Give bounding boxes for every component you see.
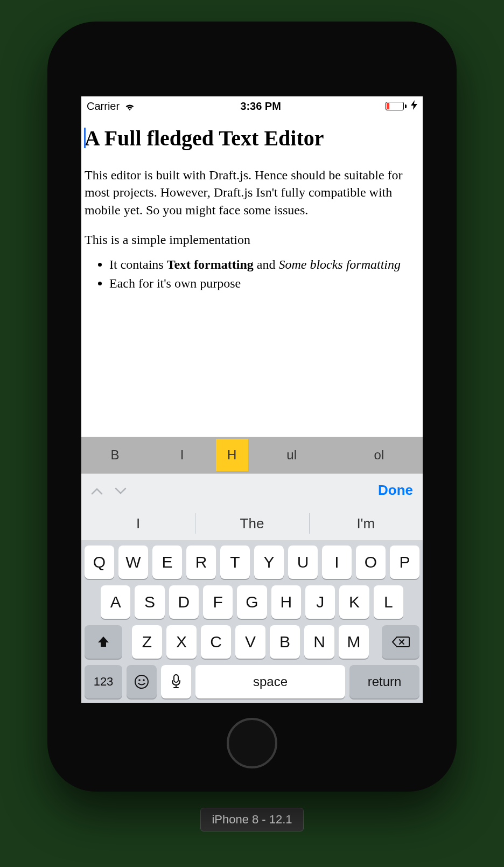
key-q[interactable]: Q bbox=[85, 546, 114, 579]
suggestion-item[interactable]: I'm bbox=[309, 507, 423, 540]
list-text: and bbox=[254, 257, 279, 271]
kb-row-4: 123 space return bbox=[85, 665, 419, 698]
key-d[interactable]: D bbox=[169, 585, 199, 619]
key-z[interactable]: Z bbox=[132, 625, 162, 659]
battery-icon bbox=[386, 102, 407, 110]
list-item[interactable]: Each for it's own purpose bbox=[109, 275, 419, 292]
ol-button[interactable]: ol bbox=[335, 437, 423, 473]
clock: 3:36 PM bbox=[240, 100, 281, 113]
heading-button[interactable]: H bbox=[216, 439, 248, 471]
key-p[interactable]: P bbox=[390, 546, 419, 579]
shift-key[interactable] bbox=[85, 625, 122, 659]
keyboard: Q W E R T Y U I O P A S D F G H J K L bbox=[81, 540, 423, 703]
svg-point-2 bbox=[143, 679, 145, 681]
editor-title[interactable]: A Full fledged Text Editor bbox=[85, 125, 419, 151]
key-u[interactable]: U bbox=[288, 546, 318, 579]
keyboard-accessory: Done bbox=[81, 473, 423, 507]
key-m[interactable]: M bbox=[339, 625, 369, 659]
carrier-label: Carrier bbox=[87, 100, 120, 113]
svg-rect-3 bbox=[174, 675, 178, 682]
key-o[interactable]: O bbox=[356, 546, 386, 579]
list-bold: Text formatting bbox=[167, 257, 254, 271]
kb-nav-arrows bbox=[91, 483, 127, 498]
ul-button[interactable]: ul bbox=[248, 437, 335, 473]
key-e[interactable]: E bbox=[152, 546, 182, 579]
key-y[interactable]: Y bbox=[254, 546, 284, 579]
key-r[interactable]: R bbox=[186, 546, 216, 579]
list-italic: Some blocks formatting bbox=[278, 257, 401, 271]
svg-point-0 bbox=[135, 675, 148, 688]
text-cursor bbox=[84, 128, 86, 148]
device-label: iPhone 8 - 12.1 bbox=[200, 808, 303, 831]
space-key[interactable]: space bbox=[195, 665, 345, 698]
kb-row-2: A S D F G H J K L bbox=[85, 585, 419, 619]
suggestion-bar: I The I'm bbox=[81, 507, 423, 540]
kb-row-1: Q W E R T Y U I O P bbox=[85, 546, 419, 579]
italic-button[interactable]: I bbox=[149, 437, 216, 473]
key-c[interactable]: C bbox=[201, 625, 231, 659]
backspace-key[interactable] bbox=[382, 625, 419, 659]
key-f[interactable]: F bbox=[203, 585, 233, 619]
svg-point-1 bbox=[138, 679, 141, 681]
status-bar: Carrier 3:36 PM bbox=[81, 96, 423, 116]
battery-fill-low bbox=[387, 103, 389, 109]
status-left: Carrier bbox=[87, 100, 136, 113]
screen: Carrier 3:36 PM bbox=[81, 96, 423, 703]
key-w[interactable]: W bbox=[118, 546, 148, 579]
emoji-key[interactable] bbox=[127, 665, 157, 698]
format-toolbar: B I H ul ol bbox=[81, 437, 423, 473]
mic-key[interactable] bbox=[161, 665, 191, 698]
key-x[interactable]: X bbox=[166, 625, 197, 659]
editor-area[interactable]: A Full fledged Text Editor This editor i… bbox=[81, 116, 423, 437]
key-a[interactable]: A bbox=[101, 585, 130, 619]
home-button[interactable] bbox=[227, 718, 277, 768]
list-item[interactable]: It contains Text formatting and Some blo… bbox=[109, 256, 419, 273]
editor-subline[interactable]: This is a simple implementation bbox=[85, 233, 419, 247]
battery-cap bbox=[405, 104, 407, 108]
key-l[interactable]: L bbox=[374, 585, 403, 619]
battery-body bbox=[386, 102, 404, 110]
suggestion-item[interactable]: I bbox=[81, 507, 195, 540]
editor-paragraph[interactable]: This editor is built with Draft.js. Henc… bbox=[85, 166, 419, 219]
key-i[interactable]: I bbox=[322, 546, 352, 579]
wifi-icon bbox=[124, 101, 136, 111]
kb-row-3-letters: Z X C V B N M bbox=[132, 625, 372, 659]
key-s[interactable]: S bbox=[135, 585, 164, 619]
list-text: It contains bbox=[109, 257, 167, 271]
device-frame: Carrier 3:36 PM bbox=[47, 22, 457, 792]
suggestion-item[interactable]: The bbox=[195, 507, 309, 540]
list-text: Each for it's own purpose bbox=[109, 276, 241, 290]
return-key[interactable]: return bbox=[349, 665, 419, 698]
numeric-key[interactable]: 123 bbox=[85, 665, 122, 698]
key-n[interactable]: N bbox=[304, 625, 334, 659]
bold-button[interactable]: B bbox=[81, 437, 149, 473]
chevron-down-icon[interactable] bbox=[115, 483, 127, 498]
key-v[interactable]: V bbox=[235, 625, 265, 659]
key-g[interactable]: G bbox=[237, 585, 267, 619]
key-h[interactable]: H bbox=[271, 585, 301, 619]
key-b[interactable]: B bbox=[270, 625, 300, 659]
chevron-up-icon[interactable] bbox=[91, 483, 103, 498]
kb-row-3: Z X C V B N M bbox=[85, 625, 419, 659]
key-j[interactable]: J bbox=[305, 585, 335, 619]
charging-icon bbox=[411, 100, 417, 112]
key-k[interactable]: K bbox=[339, 585, 369, 619]
key-t[interactable]: T bbox=[220, 546, 250, 579]
done-button[interactable]: Done bbox=[378, 482, 413, 499]
status-right bbox=[386, 100, 417, 112]
bullet-list[interactable]: It contains Text formatting and Some blo… bbox=[85, 256, 419, 292]
title-text: A Full fledged Text Editor bbox=[85, 126, 324, 150]
